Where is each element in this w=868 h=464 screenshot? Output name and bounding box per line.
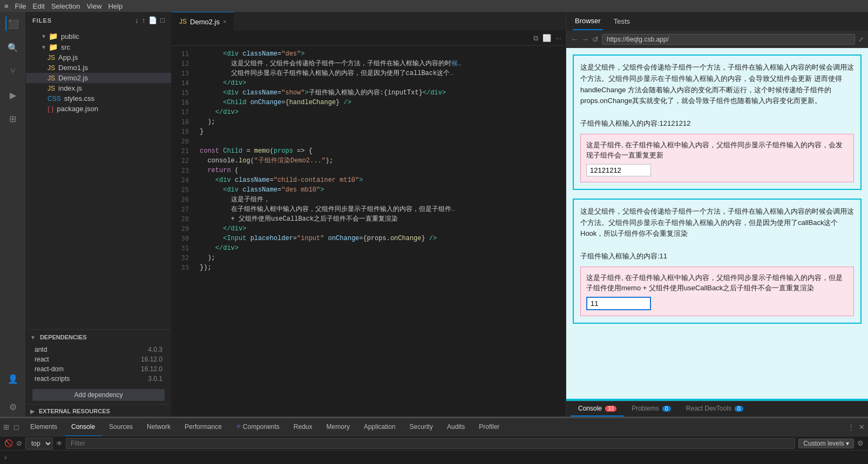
tree-item-src[interactable]: 📁 src bbox=[26, 42, 171, 52]
tree-item-stylescss[interactable]: CSS styles.css bbox=[26, 93, 171, 104]
sidebar-header: Files ↓ ↑ 📄 □ bbox=[26, 12, 171, 29]
devtools-tab-console[interactable]: Console bbox=[65, 418, 101, 436]
devtools-tabs-bar: ⊞ ◻ Elements Console Sources Network Per… bbox=[0, 418, 868, 436]
devtools-filter-input[interactable] bbox=[66, 438, 795, 449]
console-badge: 33 bbox=[605, 406, 616, 412]
tree-item-packagejson[interactable]: { } package.json bbox=[26, 104, 171, 114]
dep-antd: antd 4.0.3 bbox=[32, 345, 165, 354]
avatar-icon[interactable]: 👤 bbox=[5, 371, 21, 386]
custom-levels-button[interactable]: Custom levels ▾ bbox=[798, 439, 854, 448]
devtools-tab-application[interactable]: Application bbox=[357, 418, 402, 436]
extensions-icon[interactable]: ⊞ bbox=[5, 111, 21, 126]
devtools-tab-redux[interactable]: Redux bbox=[287, 418, 319, 436]
tree-item-public[interactable]: 📁 public bbox=[26, 31, 171, 42]
tree-label: Demo1.js bbox=[58, 64, 88, 72]
console-prompt-area: › bbox=[0, 450, 868, 464]
child-input-2[interactable] bbox=[586, 297, 651, 310]
file-menu[interactable]: File bbox=[15, 2, 26, 10]
devtools-tab-security[interactable]: Security bbox=[403, 418, 439, 436]
open-preview-icon[interactable]: ⬜ bbox=[542, 34, 551, 42]
react-devtools-tab[interactable]: React DevTools 0 bbox=[679, 401, 751, 417]
sidebar-title: Files bbox=[32, 17, 52, 24]
explorer-icon[interactable]: ⬛ bbox=[5, 16, 21, 31]
child-input-1[interactable] bbox=[586, 164, 651, 176]
open-in-new-icon[interactable]: ⤢ bbox=[858, 36, 864, 43]
devtools-tab-elements[interactable]: Elements bbox=[24, 418, 64, 436]
run-icon[interactable]: ▶ bbox=[5, 87, 21, 103]
new-file-icon[interactable]: 📄 bbox=[148, 16, 157, 24]
devtools-second-icon[interactable]: ◻ bbox=[13, 423, 19, 431]
add-dependency-button[interactable]: Add dependency bbox=[32, 389, 165, 401]
refresh-button[interactable]: ↺ bbox=[592, 35, 599, 44]
sort-up-icon[interactable]: ↑ bbox=[142, 16, 146, 24]
tree-label: styles.css bbox=[64, 94, 94, 103]
code-editor: 1112131415 1617181920 2122232425 2627282… bbox=[172, 46, 566, 417]
editor-tab-demo2js[interactable]: JS Demo2.js × bbox=[172, 12, 234, 31]
devtools-settings-icon[interactable]: ⚙ bbox=[857, 439, 864, 447]
icon-bar: ⬛ 🔍 ⑂ ▶ ⊞ 👤 ⚙ bbox=[0, 12, 26, 417]
dependencies-title: Dependencies bbox=[30, 334, 167, 340]
parent-box-2-input-label: 子组件输入框输入的内容:11 bbox=[580, 252, 667, 260]
sidebar-header-icons: ↓ ↑ 📄 □ bbox=[135, 16, 165, 24]
parent-box-1-input-label: 子组件输入框输入的内容:12121212 bbox=[580, 119, 690, 127]
editor-area: JS Demo2.js × ⧉ ⬜ ··· 1112131415 1617181… bbox=[172, 12, 566, 417]
external-resources-section[interactable]: External resources bbox=[26, 404, 171, 417]
devtools-tab-sources[interactable]: Sources bbox=[103, 418, 139, 436]
dependencies-section[interactable]: Dependencies bbox=[26, 332, 171, 343]
dep-react: react 16.12.0 bbox=[32, 354, 165, 364]
menu-icon[interactable]: ≡ bbox=[4, 2, 9, 10]
external-resources-title: External resources bbox=[30, 408, 167, 414]
parent-box-1: 这是父组件，父组件会传递给子组件一个方法，子组件在输入框输入内容的时候会调用这个… bbox=[573, 54, 862, 190]
tree-item-demo2js[interactable]: JS Demo2.js bbox=[26, 73, 171, 83]
split-editor-icon[interactable]: ⧉ bbox=[533, 34, 538, 43]
edit-menu[interactable]: Edit bbox=[33, 2, 45, 10]
css-file-icon: CSS bbox=[48, 95, 61, 103]
line-numbers: 1112131415 1617181920 2122232425 2627282… bbox=[172, 46, 193, 417]
console-filter-toggle[interactable]: ⊘ bbox=[16, 439, 22, 447]
prompt-caret-icon: › bbox=[4, 453, 6, 461]
devtools-tab-components[interactable]: ⚛Components bbox=[229, 418, 286, 436]
settings-icon[interactable]: ⚙ bbox=[5, 399, 21, 414]
more-actions-icon[interactable]: ··· bbox=[555, 34, 561, 42]
eye-icon[interactable]: 👁 bbox=[56, 440, 63, 447]
search-icon[interactable]: 🔍 bbox=[5, 40, 21, 55]
parent-box-2-description: 这是父组件，父组件会传递给子组件一个方法，子组件在输入框输入内容的时候会调用这个… bbox=[580, 207, 854, 238]
view-menu[interactable]: View bbox=[86, 2, 101, 10]
js-file-icon: JS bbox=[48, 74, 55, 82]
dep-reactdom: react-dom 16.12.0 bbox=[32, 364, 165, 374]
devtools-tab-memory[interactable]: Memory bbox=[320, 418, 356, 436]
console-tab[interactable]: Console 33 bbox=[571, 401, 624, 417]
clear-console-icon[interactable]: 🚫 bbox=[4, 439, 13, 447]
devtools-left-icon[interactable]: ⊞ bbox=[3, 423, 9, 431]
sort-down-icon[interactable]: ↓ bbox=[135, 16, 139, 24]
devtools-tab-audits[interactable]: Audits bbox=[440, 418, 471, 436]
editor-tabs: JS Demo2.js × bbox=[172, 12, 566, 31]
console-prompt-input[interactable] bbox=[11, 454, 864, 461]
browser-tab[interactable]: Browser bbox=[573, 12, 603, 30]
forward-button[interactable]: → bbox=[581, 35, 589, 44]
url-bar[interactable] bbox=[602, 34, 855, 45]
code-content[interactable]: <div className="des"> 这是父组件，父组件会传递给子组件一个… bbox=[193, 46, 566, 417]
help-menu[interactable]: Help bbox=[108, 2, 123, 10]
tree-item-demo1js[interactable]: JS Demo1.js bbox=[26, 63, 171, 73]
devtools-close-icon[interactable]: ✕ bbox=[859, 423, 865, 431]
console-context-select[interactable]: top bbox=[25, 438, 53, 449]
collapse-icon[interactable]: □ bbox=[160, 16, 165, 24]
tree-item-indexjs[interactable]: JS index.js bbox=[26, 83, 171, 93]
devtools-tab-network[interactable]: Network bbox=[140, 418, 177, 436]
tree-label: src bbox=[61, 43, 70, 51]
devtools-tab-profiler[interactable]: Profiler bbox=[472, 418, 506, 436]
tests-tab[interactable]: Tests bbox=[612, 13, 632, 30]
source-control-icon[interactable]: ⑂ bbox=[5, 64, 21, 79]
tab-close-icon[interactable]: × bbox=[223, 18, 226, 25]
problems-tab[interactable]: Problems 0 bbox=[624, 401, 679, 417]
browser-tabs: Browser Tests bbox=[566, 12, 868, 31]
devtools-tab-performance[interactable]: Performance bbox=[178, 418, 228, 436]
json-file-icon: { } bbox=[48, 105, 53, 113]
problems-badge: 0 bbox=[662, 406, 671, 412]
back-button[interactable]: ← bbox=[571, 35, 578, 44]
selection-menu[interactable]: Selection bbox=[51, 2, 80, 10]
tree-item-appjs[interactable]: JS App.js bbox=[26, 52, 171, 63]
devtools-more-icon[interactable]: ⋮ bbox=[847, 423, 855, 431]
folder-icon: 📁 bbox=[49, 32, 58, 40]
